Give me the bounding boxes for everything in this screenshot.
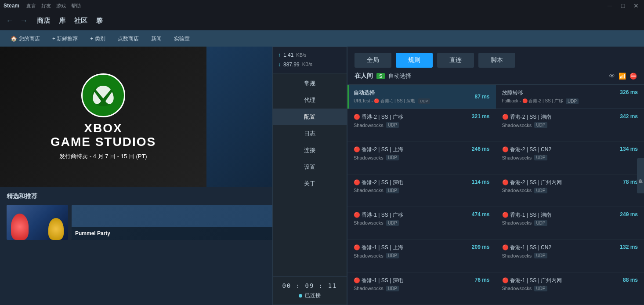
server-item[interactable]: 🔴 香港-1 | SS | 深电 Shadowsocks UDP 76 ms: [347, 272, 496, 305]
server-item[interactable]: 🔴 香港-2 | SS | 湖南 Shadowsocks UDP 342 ms: [496, 109, 644, 142]
subnav-categories[interactable]: + 类别: [84, 31, 111, 47]
upload-speed-value: 1.41: [283, 51, 293, 60]
server-details-row: Shadowsocks UDP: [354, 188, 403, 193]
connection-timer: 00 : 09 : 11: [278, 282, 341, 289]
menu-item-games[interactable]: 游戏: [56, 3, 66, 9]
back-button[interactable]: ←: [4, 16, 15, 25]
failover-name-row: 故障转移: [502, 89, 579, 97]
server-name: 🔴 香港-1 | SS | 湖南: [502, 211, 552, 219]
server-latency: 246 ms: [472, 146, 490, 152]
server-latency: 474 ms: [472, 211, 490, 218]
xbox-logo: [81, 73, 125, 117]
menu-config[interactable]: 配置: [273, 109, 347, 125]
server-name-row: 🔴 香港-2 | SS | 湖南: [502, 113, 552, 121]
server-latency: 134 ms: [620, 146, 638, 152]
nav-profile[interactable]: 夥: [96, 17, 103, 25]
server-item[interactable]: 🔴 香港-2 | SS | 上海 Shadowsocks UDP 246 ms: [347, 142, 496, 174]
vpn-panel: 全局 规则 直连 脚本 在人间 S 自动选择 👁 📶 ⛔ 自动选择: [347, 47, 644, 305]
minimize-button[interactable]: ─: [604, 1, 616, 11]
server-item[interactable]: 🔴 香港-1 | SS | CN2 Shadowsocks UDP 132 ms: [496, 240, 644, 272]
server-details-row: Shadowsocks UDP: [502, 188, 562, 193]
auto-select-label: 自动选择: [388, 72, 411, 80]
server-item[interactable]: 🔴 香港-1 | SS | 湖南 Shadowsocks UDP 249 ms: [496, 207, 644, 240]
signal-icon[interactable]: 📶: [619, 73, 626, 80]
server-info: 🔴 香港-2 | SS | CN2 Shadowsocks UDP: [502, 146, 552, 160]
server-protocol: UDP: [534, 220, 547, 226]
main-content: XBOXGAME STUDIOS 发行商特卖 - 4 月 7 日 - 15 日 …: [0, 47, 644, 305]
server-protocol: UDP: [386, 286, 399, 291]
connected-row: 已连接: [278, 292, 341, 299]
server-item-content: 🔴 香港-2 | SS | 深电 Shadowsocks UDP 114 ms: [354, 179, 490, 193]
subnav-your-store[interactable]: 🏠 您的商店: [4, 31, 46, 47]
server-group-title: 在人间: [355, 72, 373, 80]
server-type: Shadowsocks: [354, 220, 384, 225]
server-item[interactable]: 🔴 香港-2 | SS | 深电 Shadowsocks UDP 114 ms: [347, 174, 496, 207]
store-icon: 🏠: [11, 36, 17, 42]
menu-connection[interactable]: 连接: [273, 142, 347, 159]
forward-button[interactable]: →: [18, 16, 29, 25]
failover-protocol: UDP: [566, 98, 579, 104]
close-button[interactable]: ✕: [630, 1, 642, 11]
server-name: 🔴 香港-2 | SS | 湖南: [502, 113, 552, 121]
tab-rules[interactable]: 规则: [396, 53, 433, 68]
tab-direct[interactable]: 直连: [437, 53, 474, 68]
server-details-row: Shadowsocks UDP: [354, 155, 403, 160]
app-name: Steam: [4, 3, 19, 9]
server-item-content: 🔴 香港-1 | SS | CN2 Shadowsocks UDP 132 ms: [502, 244, 638, 258]
download-speed-unit: KB/s: [302, 60, 312, 69]
failover-server[interactable]: 故障转移 Fallback - 🔴 香港-2 | SS | 广移 UDP 326…: [496, 85, 644, 109]
featured-card-pummel[interactable]: [7, 205, 68, 240]
menu-general[interactable]: 常规: [273, 75, 347, 92]
nav-library[interactable]: 库: [59, 17, 65, 25]
server-protocol: UDP: [534, 286, 547, 291]
visibility-icon[interactable]: 👁: [609, 73, 615, 80]
subnav-new-releases[interactable]: + 新鲜推荐: [46, 31, 84, 47]
tab-global[interactable]: 全局: [355, 53, 391, 68]
menu-log[interactable]: 日志: [273, 125, 347, 142]
server-item-content: 🔴 香港-1 | SS | 广移 Shadowsocks UDP 474 ms: [354, 211, 490, 226]
subnav-points[interactable]: 点数商店: [112, 31, 145, 47]
timer-section: 00 : 09 : 11 已连接: [273, 276, 347, 305]
upload-arrow-icon: ↑: [278, 51, 281, 60]
menu-item-friends[interactable]: 好友: [41, 3, 51, 9]
menu-proxy[interactable]: 代理: [273, 92, 347, 109]
nav-store[interactable]: 商店: [37, 17, 50, 25]
tab-script[interactable]: 脚本: [478, 53, 515, 68]
server-protocol: UDP: [534, 122, 547, 128]
menu-item-help[interactable]: 帮助: [71, 3, 81, 9]
server-item[interactable]: 🔴 香港-1 | SS | 广移 Shadowsocks UDP 474 ms: [347, 207, 496, 240]
server-item[interactable]: 🔴 香港-2 | SS | 广州内网 Shadowsocks UDP 78 ms: [496, 174, 644, 207]
maximize-button[interactable]: □: [617, 1, 629, 11]
server-details-row: Shadowsocks UDP: [354, 286, 403, 291]
server-name-row: 🔴 香港-1 | SS | CN2: [502, 244, 552, 251]
server-info: 🔴 香港-1 | SS | 上海 Shadowsocks UDP: [354, 244, 403, 258]
menu-about[interactable]: 关于: [273, 175, 347, 192]
server-item[interactable]: 🔴 香港-1 | SS | 上海 Shadowsocks UDP 209 ms: [347, 240, 496, 272]
connected-label: 已连接: [305, 292, 321, 299]
nav-links: 商店 库 社区 夥: [37, 17, 103, 25]
server-item[interactable]: 🔴 香港-2 | SS | CN2 Shadowsocks UDP 134 ms: [496, 142, 644, 174]
server-name-row: 🔴 香港-1 | SS | 广州内网: [502, 277, 562, 284]
upload-speed-row: ↑ 1.41 KB/s: [278, 51, 341, 60]
server-protocol: UDP: [386, 155, 399, 160]
server-name-row: 🔴 香港-2 | SS | 广州内网: [502, 179, 562, 186]
subnav-labs[interactable]: 实验室: [168, 31, 196, 47]
failover-server-name: 故障转移: [502, 89, 523, 97]
window-controls: ─ □ ✕: [604, 0, 642, 11]
block-icon[interactable]: ⛔: [630, 73, 637, 80]
right-side-collapse-tab[interactable]: 在自故: [637, 158, 644, 193]
menu-settings[interactable]: 设置: [273, 159, 347, 175]
auto-select-server[interactable]: 自动选择 URLTest - 🔴 香港-1 | SS | 深电 UDP 87 m…: [347, 85, 496, 109]
subnav-news[interactable]: 新闻: [145, 31, 168, 47]
auto-select-protocol: UDP: [418, 98, 430, 104]
server-item[interactable]: 🔴 香港-2 | SS | 广移 Shadowsocks UDP 321 ms: [347, 109, 496, 142]
server-item-content: 🔴 香港-2 | SS | 湖南 Shadowsocks UDP 342 ms: [502, 113, 638, 128]
server-item[interactable]: 🔴 香港-1 | SS | 广州内网 Shadowsocks UDP 88 ms: [496, 272, 644, 305]
server-info: 🔴 香港-2 | SS | 深电 Shadowsocks UDP: [354, 179, 403, 193]
download-speed-row: ↓ 887.99 KB/s: [278, 60, 341, 70]
menu-item-chat[interactable]: 直言: [26, 3, 36, 9]
nav-community[interactable]: 社区: [74, 17, 87, 25]
server-name: 🔴 香港-1 | SS | CN2: [502, 244, 552, 251]
server-item-content: 🔴 香港-2 | SS | 广移 Shadowsocks UDP 321 ms: [354, 113, 490, 128]
proxy-panel: ↑ 1.41 KB/s ↓ 887.99 KB/s 常规 代理 配置 日志 连接…: [272, 47, 347, 305]
